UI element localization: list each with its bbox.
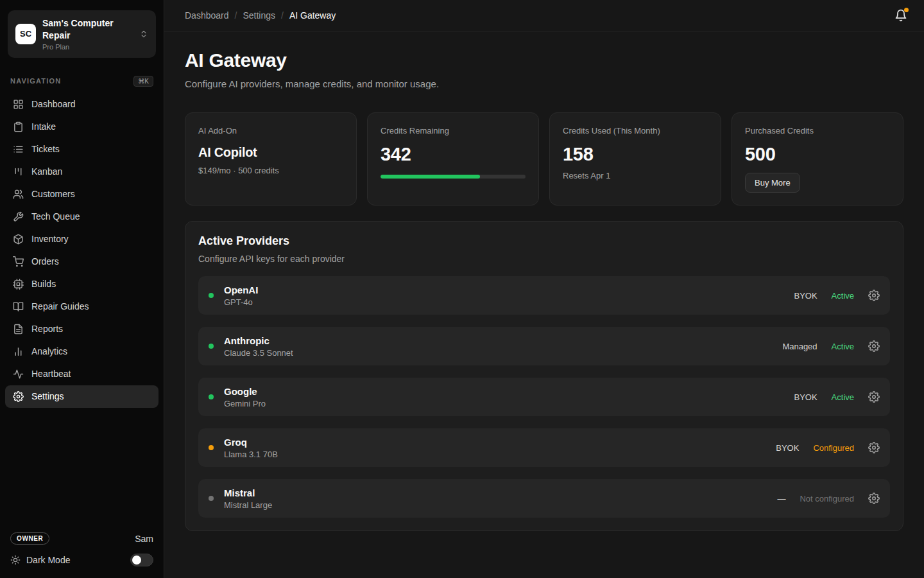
- provider-status: Not configured: [800, 494, 854, 504]
- provider-model: Gemini Pro: [224, 399, 266, 408]
- status-dot: [209, 445, 214, 450]
- page-title: AI Gateway: [185, 49, 903, 71]
- sidebar-item-analytics[interactable]: Analytics: [5, 340, 158, 363]
- stat-detail: Resets Apr 1: [563, 171, 708, 180]
- bar-chart-icon: [13, 346, 24, 357]
- sidebar-item-repair-guides[interactable]: Repair Guides: [5, 295, 158, 318]
- user-name: Sam: [135, 534, 153, 544]
- stat-card-credits-remaining: Credits Remaining 342: [367, 112, 539, 206]
- toggle-knob: [132, 556, 141, 565]
- provider-row-mistral[interactable]: Mistral Mistral Large — Not configured: [198, 479, 890, 518]
- sidebar-item-label: Analytics: [31, 346, 67, 356]
- stat-value: 500: [745, 144, 890, 165]
- sidebar-item-label: Intake: [31, 121, 56, 132]
- sidebar-nav: Dashboard Intake Tickets Kanban Customer…: [0, 93, 164, 408]
- stat-value: 342: [381, 144, 526, 165]
- package-icon: [13, 234, 24, 245]
- provider-row-openai[interactable]: OpenAI GPT-4o BYOK Active: [198, 276, 890, 315]
- provider-mode: —: [777, 494, 785, 504]
- provider-mode: Managed: [782, 342, 817, 351]
- topbar: Dashboard / Settings / AI Gateway: [164, 0, 924, 31]
- sidebar-item-label: Heartbeat: [31, 369, 71, 379]
- wrench-icon: [13, 211, 24, 222]
- provider-rows: OpenAI GPT-4o BYOK Active Anthropic: [198, 276, 890, 518]
- provider-row-groq[interactable]: Groq Llama 3.1 70B BYOK Configured: [198, 428, 890, 467]
- sidebar-item-orders[interactable]: Orders: [5, 250, 158, 273]
- provider-info: OpenAI GPT-4o: [224, 285, 258, 307]
- sidebar-item-kanban[interactable]: Kanban: [5, 161, 158, 183]
- provider-row-anthropic[interactable]: Anthropic Claude 3.5 Sonnet Managed Acti…: [198, 327, 890, 365]
- workspace-meta: Sam's Computer Repair Pro Plan: [42, 17, 133, 51]
- breadcrumb: Dashboard / Settings / AI Gateway: [185, 10, 336, 21]
- provider-mode: BYOK: [794, 392, 817, 402]
- gear-icon[interactable]: [868, 493, 880, 504]
- provider-meta: Managed Active: [782, 340, 880, 352]
- sidebar-item-tech-queue[interactable]: Tech Queue: [5, 206, 158, 228]
- stat-label: AI Add-On: [198, 126, 343, 136]
- page-content: AI Gateway Configure AI providers, manag…: [164, 31, 924, 531]
- sidebar-item-customers[interactable]: Customers: [5, 183, 158, 206]
- buy-more-button[interactable]: Buy More: [745, 173, 800, 193]
- sidebar-item-label: Tickets: [31, 144, 60, 154]
- clipboard-icon: [13, 121, 24, 132]
- sidebar-item-label: Tech Queue: [31, 211, 80, 222]
- navigation-section-label: NAVIGATION: [10, 77, 61, 85]
- list-icon: [13, 144, 24, 155]
- gear-icon[interactable]: [868, 442, 880, 453]
- stat-value: 158: [563, 144, 708, 165]
- app-root: SC Sam's Computer Repair Pro Plan NAVIGA…: [0, 0, 924, 578]
- status-dot: [209, 496, 214, 501]
- provider-mode: BYOK: [776, 443, 799, 453]
- main-area: Dashboard / Settings / AI Gateway AI Gat…: [164, 0, 924, 578]
- stat-label: Purchased Credits: [745, 126, 890, 136]
- provider-name: Mistral: [224, 487, 272, 498]
- status-dot: [209, 394, 214, 399]
- gear-icon: [13, 391, 24, 402]
- workspace-switcher[interactable]: SC Sam's Computer Repair Pro Plan: [8, 10, 156, 58]
- book-open-icon: [13, 301, 24, 312]
- sidebar-item-dashboard[interactable]: Dashboard: [5, 93, 158, 116]
- sidebar-item-label: Reports: [31, 324, 63, 334]
- provider-status: Active: [832, 342, 854, 351]
- sidebar-item-inventory[interactable]: Inventory: [5, 228, 158, 250]
- notification-dot: [904, 8, 909, 12]
- provider-model: Claude 3.5 Sonnet: [224, 348, 293, 358]
- provider-model: Llama 3.1 70B: [224, 450, 278, 459]
- sidebar-item-label: Dashboard: [31, 99, 76, 109]
- sidebar-item-builds[interactable]: Builds: [5, 273, 158, 295]
- provider-model: GPT-4o: [224, 297, 258, 307]
- provider-meta: BYOK Active: [794, 290, 880, 301]
- provider-row-google[interactable]: Google Gemini Pro BYOK Active: [198, 378, 890, 416]
- notifications-button[interactable]: [894, 9, 907, 22]
- gear-icon[interactable]: [868, 391, 880, 403]
- dark-mode-toggle[interactable]: [130, 554, 153, 566]
- sidebar-item-heartbeat[interactable]: Heartbeat: [5, 363, 158, 385]
- credits-progress-bar: [381, 175, 526, 179]
- breadcrumb-dashboard[interactable]: Dashboard: [185, 10, 229, 21]
- nav-header: NAVIGATION ⌘K: [0, 58, 164, 93]
- gear-icon[interactable]: [868, 340, 880, 352]
- provider-meta: BYOK Active: [794, 391, 880, 403]
- sidebar-item-settings[interactable]: Settings: [5, 385, 158, 408]
- stat-card-credits-used: Credits Used (This Month) 158 Resets Apr…: [549, 112, 721, 206]
- sidebar-item-intake[interactable]: Intake: [5, 116, 158, 138]
- cpu-icon: [13, 279, 24, 290]
- providers-subtitle: Configure API keys for each provider: [198, 254, 890, 264]
- provider-name: Anthropic: [224, 335, 293, 346]
- sidebar-item-tickets[interactable]: Tickets: [5, 138, 158, 161]
- workspace-name: Sam's Computer Repair: [42, 17, 133, 42]
- kanban-icon: [13, 166, 24, 177]
- credits-progress-fill: [381, 175, 480, 179]
- sidebar-item-label: Kanban: [31, 166, 62, 177]
- providers-title: Active Providers: [198, 234, 890, 248]
- dark-mode-label: Dark Mode: [26, 555, 70, 565]
- sidebar-item-label: Settings: [31, 391, 64, 401]
- sidebar-item-reports[interactable]: Reports: [5, 318, 158, 340]
- breadcrumb-settings[interactable]: Settings: [243, 10, 275, 21]
- chevrons-up-down-icon: [139, 30, 148, 39]
- status-dot: [209, 344, 214, 349]
- users-icon: [13, 189, 24, 200]
- dark-mode-row: Dark Mode: [10, 554, 153, 566]
- gear-icon[interactable]: [868, 290, 880, 301]
- activity-icon: [13, 369, 24, 380]
